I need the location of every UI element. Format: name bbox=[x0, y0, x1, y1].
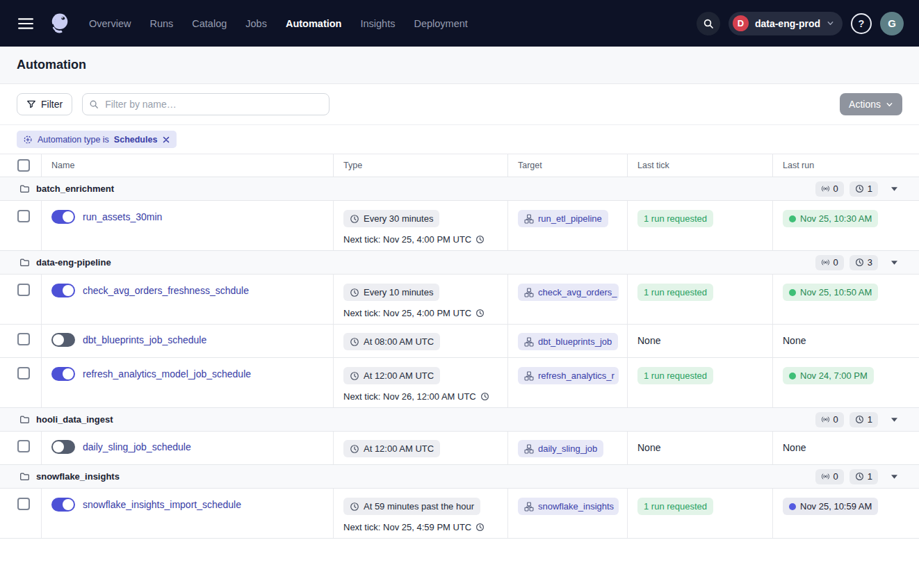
group-row-data-eng-pipeline[interactable]: data-eng-pipeline03 bbox=[0, 251, 919, 275]
automation-table: Name Type Target Last tick Last run batc… bbox=[0, 154, 919, 539]
last-run-text: Nov 25, 10:50 AM bbox=[800, 287, 872, 297]
target-pill[interactable]: run_etl_pipeline bbox=[518, 210, 608, 227]
select-all-checkbox[interactable] bbox=[17, 159, 30, 172]
target-cell: snowflake_insights bbox=[508, 489, 628, 538]
last-run-text: Nov 25, 10:59 AM bbox=[800, 501, 872, 512]
last-run-pill[interactable]: Nov 25, 10:30 AM bbox=[783, 210, 878, 227]
job-icon bbox=[524, 214, 534, 224]
name-cell: snowflake_insights_import_schedule bbox=[42, 489, 334, 538]
toggle-knob bbox=[63, 368, 74, 379]
enabled-toggle[interactable] bbox=[51, 498, 75, 512]
enabled-toggle[interactable] bbox=[51, 333, 75, 347]
nav-item-deployment[interactable]: Deployment bbox=[414, 18, 467, 29]
last-run-cell: None bbox=[773, 325, 919, 357]
last-tick-none: None bbox=[637, 440, 660, 453]
toggle-knob bbox=[63, 211, 74, 222]
collapse-group-button[interactable] bbox=[889, 259, 900, 267]
target-name: refresh_analytics_r bbox=[538, 370, 615, 381]
search-button[interactable] bbox=[697, 12, 720, 35]
schedule-name-link[interactable]: dbt_blueprints_job_schedule bbox=[83, 334, 206, 345]
row-checkbox[interactable] bbox=[17, 210, 30, 222]
active-filters-row: Automation type is Schedules bbox=[0, 125, 919, 154]
nav-item-insights[interactable]: Insights bbox=[360, 18, 395, 29]
last-run-none: None bbox=[783, 333, 806, 346]
target-pill[interactable]: refresh_analytics_r bbox=[518, 367, 619, 384]
enabled-toggle[interactable] bbox=[51, 210, 75, 224]
enabled-toggle[interactable] bbox=[51, 284, 75, 297]
last-tick-text: 1 run requested bbox=[644, 370, 707, 381]
group-badges: 03 bbox=[815, 255, 900, 270]
schedule-count-badge: 1 bbox=[849, 469, 878, 484]
hamburger-menu-button[interactable] bbox=[14, 13, 38, 34]
user-avatar[interactable]: G bbox=[880, 12, 904, 35]
sensor-count-badge: 0 bbox=[815, 255, 844, 270]
clock-icon bbox=[475, 235, 485, 244]
collapse-group-button[interactable] bbox=[889, 416, 900, 424]
row-checkbox[interactable] bbox=[17, 367, 30, 379]
group-row-hooli_data_ingest[interactable]: hooli_data_ingest01 bbox=[0, 408, 919, 432]
row-checkbox[interactable] bbox=[17, 284, 30, 296]
schedule-name-link[interactable]: daily_sling_job_schedule bbox=[83, 441, 191, 452]
target-name: daily_sling_job bbox=[538, 443, 597, 454]
group-name: data-eng-pipeline bbox=[36, 257, 111, 268]
nav-item-catalog[interactable]: Catalog bbox=[192, 18, 227, 29]
nav-item-automation[interactable]: Automation bbox=[286, 18, 342, 29]
help-button[interactable]: ? bbox=[851, 13, 872, 34]
nav-item-runs[interactable]: Runs bbox=[149, 18, 173, 29]
row-checkbox[interactable] bbox=[17, 333, 30, 345]
last-tick-pill[interactable]: 1 run requested bbox=[637, 210, 713, 227]
schedule-name-link[interactable]: snowflake_insights_import_schedule bbox=[83, 499, 241, 510]
target-pill[interactable]: daily_sling_job bbox=[518, 440, 603, 457]
clock-icon bbox=[475, 309, 485, 318]
type-cell: Every 30 minutesNext tick: Nov 25, 4:00 … bbox=[334, 201, 508, 250]
nav-item-overview[interactable]: Overview bbox=[89, 18, 131, 29]
filter-button[interactable]: Filter bbox=[17, 93, 72, 115]
target-pill[interactable]: snowflake_insights bbox=[518, 498, 619, 515]
sensor-count-badge: 0 bbox=[815, 412, 844, 427]
nav-item-jobs[interactable]: Jobs bbox=[245, 18, 267, 29]
last-run-pill[interactable]: Nov 25, 10:50 AM bbox=[783, 284, 878, 301]
collapse-group-button[interactable] bbox=[889, 473, 900, 481]
last-tick-pill[interactable]: 1 run requested bbox=[637, 498, 713, 515]
enabled-toggle[interactable] bbox=[51, 440, 75, 454]
toggle-knob bbox=[63, 285, 74, 296]
actions-button[interactable]: Actions bbox=[840, 93, 902, 115]
chevron-down-icon bbox=[886, 101, 893, 108]
name-filter-input[interactable] bbox=[82, 93, 330, 115]
last-tick-pill[interactable]: 1 run requested bbox=[637, 284, 713, 301]
next-tick: Next tick: Nov 25, 4:00 PM UTC bbox=[343, 308, 499, 318]
enabled-toggle[interactable] bbox=[51, 367, 75, 381]
schedule-count: 1 bbox=[868, 183, 872, 194]
sensor-count-badge: 0 bbox=[815, 181, 844, 197]
group-badges: 01 bbox=[815, 469, 900, 484]
run-status-dot bbox=[789, 373, 796, 379]
collapse-group-button[interactable] bbox=[889, 185, 900, 193]
schedule-interval-pill: At 59 minutes past the hour bbox=[343, 498, 480, 515]
last-run-cell: None bbox=[773, 432, 919, 464]
last-run-cell: Nov 24, 7:00 PM bbox=[773, 358, 919, 407]
last-tick-cell: 1 run requested bbox=[628, 275, 773, 324]
last-run-pill[interactable]: Nov 25, 10:59 AM bbox=[783, 498, 878, 515]
folder-icon bbox=[19, 257, 30, 268]
schedule-name-link[interactable]: run_assets_30min bbox=[83, 211, 162, 222]
target-pill[interactable]: check_avg_orders_ bbox=[518, 284, 619, 301]
last-tick-cell: None bbox=[628, 325, 773, 357]
schedule-name-link[interactable]: check_avg_orders_freshness_schdule bbox=[83, 285, 249, 296]
remove-filter-button[interactable] bbox=[162, 136, 170, 144]
last-tick-pill[interactable]: 1 run requested bbox=[637, 367, 713, 384]
target-pill[interactable]: dbt_blueprints_job bbox=[518, 333, 618, 350]
last-run-pill[interactable]: Nov 24, 7:00 PM bbox=[783, 367, 874, 384]
group-row-batch_enrichment[interactable]: batch_enrichment01 bbox=[0, 177, 919, 201]
row-checkbox[interactable] bbox=[17, 498, 30, 510]
deployment-switcher[interactable]: D data-eng-prod bbox=[729, 12, 843, 35]
caret-down-icon bbox=[891, 187, 897, 191]
last-run-none: None bbox=[783, 440, 806, 453]
type-cell: Every 10 minutesNext tick: Nov 25, 4:00 … bbox=[334, 275, 508, 324]
clock-icon bbox=[855, 184, 864, 193]
schedule-name-link[interactable]: refresh_analytics_model_job_schedule bbox=[83, 368, 251, 379]
target-cell: daily_sling_job bbox=[508, 432, 628, 464]
automation-type-filter-chip[interactable]: Automation type is Schedules bbox=[17, 131, 177, 148]
name-line: run_assets_30min bbox=[51, 210, 325, 224]
group-row-snowflake_insights[interactable]: snowflake_insights01 bbox=[0, 465, 919, 489]
row-checkbox[interactable] bbox=[17, 440, 30, 452]
